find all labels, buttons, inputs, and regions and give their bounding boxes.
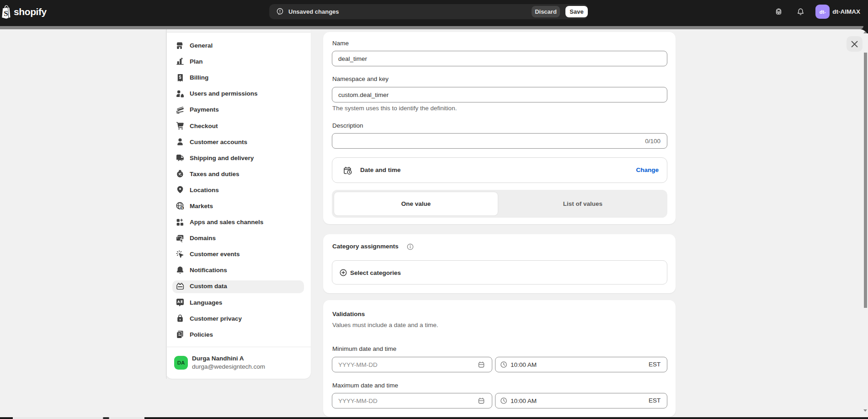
svg-text:S: S	[4, 9, 8, 18]
svg-text:$: $	[181, 206, 183, 210]
